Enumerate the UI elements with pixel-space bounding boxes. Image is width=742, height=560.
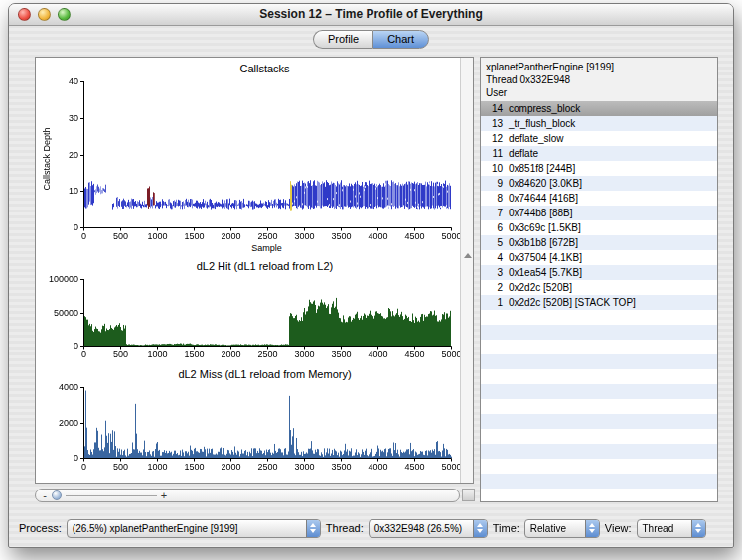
row-depth-number: 13 [481,116,503,131]
callstacks-x-axis-label: Sample [40,243,458,254]
titlebar[interactable]: Session 12 – Time Profile of Everything [9,4,733,26]
view-popup[interactable]: Thread [637,519,706,538]
row-symbol-label: 0x2d2c [520B] [503,280,717,295]
row-symbol-label: 0x1ea54 [5.7KB] [503,265,717,280]
zoom-in-button[interactable]: + [159,490,169,501]
callstack-row[interactable]: 10x2d2c [520B] [STACK TOP] [481,295,717,310]
bottom-bar: Process: (26.5%) xplanetPantherEngine [9… [9,514,733,542]
row-symbol-label: deflate [503,146,717,161]
row-depth-number: 14 [481,101,503,116]
row-symbol-label: 0x2d2c [520B] [STACK TOP] [503,295,717,310]
popup-arrows-icon [585,520,599,537]
callstack-row[interactable]: 90x84620 [3.0KB] [481,176,717,191]
row-depth-number: 10 [481,161,503,176]
dl2-miss-chart-title: dL2 Miss (dL1 reload from Memory) [40,367,458,382]
callstack-row[interactable]: 14compress_block [481,101,717,116]
chart-panel: Callstacks Callstack Depth Sample dL2 Hi… [35,57,474,484]
thread-popup[interactable]: 0x332E948 (26.5%) [369,519,488,538]
grow-box[interactable] [462,489,475,501]
callstacks-chart-block: Callstacks Callstack Depth Sample [40,62,458,254]
process-label: Process: [19,522,62,534]
row-depth-number: 11 [481,146,503,161]
dl2-hit-chart-block: dL2 Hit (dL1 reload from L2) [40,259,458,361]
time-popup[interactable]: Relative [524,519,600,538]
row-symbol-label: _tr_flush_block [503,116,717,131]
row-depth-number: 4 [481,250,503,265]
callstack-row[interactable]: 40x37504 [4.1KB] [481,250,717,265]
row-symbol-label: deflate_slow [503,131,717,146]
window-title: Session 12 – Time Profile of Everything [9,4,733,25]
tab-profile[interactable]: Profile [313,30,372,49]
row-symbol-label: 0x37504 [4.1KB] [503,250,717,265]
minimize-button[interactable] [38,8,51,21]
popup-arrows-icon [691,520,705,537]
row-depth-number: 5 [481,235,503,250]
callstack-row[interactable]: 60x3c69c [1.5KB] [481,220,717,235]
zoom-slider-thumb[interactable] [52,490,62,500]
callstack-row[interactable]: 11deflate [481,146,717,161]
vertical-scrollbar[interactable] [460,58,473,483]
popup-arrows-icon [473,520,487,537]
callstack-row[interactable]: 20x2d2c [520B] [481,280,717,295]
row-symbol-label: 0x3c69c [1.5KB] [503,220,717,235]
header-user: User [486,86,717,99]
row-symbol-label: 0x3b1b8 [672B] [503,235,717,250]
row-depth-number: 8 [481,191,503,206]
row-depth-number: 7 [481,206,503,220]
row-symbol-label: 0x74644 [416B] [503,191,717,206]
close-button[interactable] [18,8,31,21]
header-process: xplanetPantherEngine [9199] [486,61,717,73]
row-depth-number: 12 [481,131,503,146]
app-window: Session 12 – Time Profile of Everything … [8,3,734,548]
thread-popup-value: 0x332E948 (26.5%) [370,523,473,534]
traffic-lights [18,8,71,21]
row-symbol-label: compress_block [503,101,717,116]
row-depth-number: 9 [481,176,503,191]
view-segmented-control: Profile Chart [313,30,429,49]
zoom-scrollbar[interactable]: - + [35,489,460,502]
tab-chart[interactable]: Chart [372,30,429,49]
tab-bar: Profile Chart [9,26,733,53]
row-symbol-label: 0x851f8 [244B] [503,161,717,176]
callstack-row[interactable]: 70x744b8 [88B] [481,206,717,220]
row-depth-number: 6 [481,220,503,235]
row-symbol-label: 0x84620 [3.0KB] [503,176,717,191]
empty-rows-area [481,310,717,501]
zoom-slider-track[interactable] [66,495,157,496]
thread-label: Thread: [326,522,364,534]
time-label: Time: [493,522,519,534]
row-depth-number: 1 [481,295,503,310]
view-popup-value: Thread [638,523,691,534]
process-popup-value: (26.5%) xplanetPantherEngine [9199] [68,523,306,534]
dl2-hit-chart-title: dL2 Hit (dL1 reload from L2) [40,259,458,274]
dl2-hit-chart-canvas[interactable] [40,274,461,361]
callstacks-chart-canvas[interactable] [40,76,461,243]
view-label: View: [605,522,632,534]
callstack-panel-header: xplanetPantherEngine [9199] Thread 0x332… [481,58,717,101]
row-depth-number: 3 [481,265,503,280]
scroll-up-arrow-icon[interactable] [464,253,472,258]
callstacks-y-axis-label: Callstack Depth [42,99,54,218]
zoom-button[interactable] [58,8,71,21]
time-popup-value: Relative [525,523,585,534]
row-symbol-label: 0x744b8 [88B] [503,206,717,220]
callstack-row[interactable]: 13_tr_flush_block [481,116,717,131]
row-depth-number: 2 [481,280,503,295]
dl2-miss-chart-canvas[interactable] [40,382,461,474]
header-thread: Thread 0x332E948 [486,73,717,86]
callstacks-chart-title: Callstacks [40,62,458,76]
callstack-panel: xplanetPantherEngine [9199] Thread 0x332… [480,57,718,502]
callstack-row[interactable]: 12deflate_slow [481,131,717,146]
callstack-row[interactable]: 100x851f8 [244B] [481,161,717,176]
process-popup[interactable]: (26.5%) xplanetPantherEngine [9199] [67,519,321,538]
callstack-row[interactable]: 50x3b1b8 [672B] [481,235,717,250]
callstack-row[interactable]: 30x1ea54 [5.7KB] [481,265,717,280]
callstack-row[interactable]: 80x74644 [416B] [481,191,717,206]
zoom-out-button[interactable]: - [40,490,50,501]
popup-arrows-icon [306,520,320,537]
callstack-list: 14compress_block13_tr_flush_block12defla… [481,101,717,501]
dl2-miss-chart-block: dL2 Miss (dL1 reload from Memory) [40,367,458,474]
